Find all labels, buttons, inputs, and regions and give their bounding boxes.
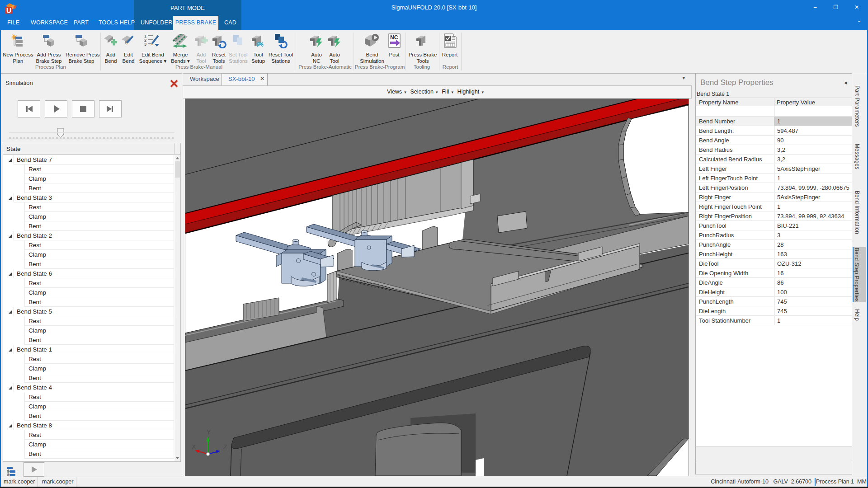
svg-text:X: X xyxy=(192,443,196,450)
svg-text:Z: Z xyxy=(223,443,227,450)
svg-text:Y: Y xyxy=(207,428,211,436)
svg-text:NC: NC xyxy=(390,34,398,41)
svg-text:3: 3 xyxy=(144,42,146,47)
